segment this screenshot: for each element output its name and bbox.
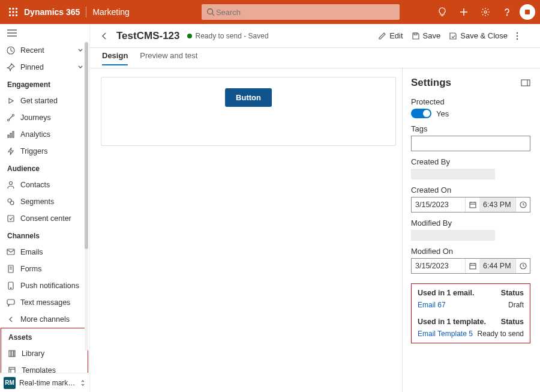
nav-group-assets: Assets [1,328,88,345]
push-icon [6,281,16,291]
nav-label: Emails [20,248,43,256]
usage-email-header: Used in 1 email. Status [418,289,524,297]
nav-morechannels[interactable]: More channels [0,311,89,328]
play-icon [6,96,16,106]
nav-recent[interactable]: Recent [0,42,89,59]
save-button[interactable]: Save [412,31,441,40]
svg-rect-8 [16,14,17,16]
modifiedon-time: 6:44 PM [479,259,515,273]
header-actions [433,3,535,21]
nav-label: More channels [20,315,70,324]
svg-rect-39 [14,351,15,357]
tab-preview[interactable]: Preview and test [140,51,197,65]
nav-group-channels: Channels [0,227,89,244]
svg-rect-37 [9,351,11,357]
nav-scrollbar-thumb[interactable] [85,42,88,249]
sms-icon [6,298,16,307]
nav-segments[interactable]: Segments [0,193,89,210]
tab-label: Design [102,51,128,60]
search-box[interactable] [202,4,400,20]
svg-rect-5 [16,11,17,13]
nav-text[interactable]: Text messages [0,294,89,311]
usage-template-link[interactable]: Email Template 5 [418,330,473,338]
area-switch-label: Real-time marketi... [19,379,76,387]
modifiedon-field[interactable]: 3/15/2023 6:44 PM [411,258,530,274]
usage-status-label: Status [501,318,524,326]
gear-icon[interactable] [476,3,494,21]
nav-push[interactable]: Push notifications [0,277,89,294]
createdon-field[interactable]: 3/15/2023 6:43 PM [411,197,530,213]
svg-rect-29 [8,216,14,222]
nav-contacts[interactable]: Contacts [0,176,89,193]
button-label: Button [236,93,261,102]
save-icon [412,32,420,40]
add-icon[interactable] [455,3,473,21]
form-icon [6,264,16,274]
nav-triggers[interactable]: Triggers [0,143,89,160]
person-icon [6,180,16,190]
nav-label: Analytics [20,130,50,139]
nav-pinned[interactable]: Pinned [0,59,89,76]
cmd-label: Save [423,31,441,40]
saveclose-button[interactable]: Save & Close [449,31,508,40]
record-title: TestCMS-123 [116,30,180,42]
overflow-menu[interactable] [516,32,530,40]
usage-email-link[interactable]: Email 67 [418,301,446,309]
svg-point-35 [10,288,11,288]
usage-template-heading: Used in 1 template. [418,318,486,326]
status-text: Ready to send - Saved [196,32,269,40]
nav-label: Library [22,349,44,358]
button-element[interactable]: Button [225,88,272,107]
nav-journeys[interactable]: Journeys [0,109,89,126]
svg-rect-24 [10,133,11,137]
area-switcher[interactable]: RM Real-time marketi... [0,373,89,392]
brand-title: Dynamics 365 [24,7,80,17]
clock-icon[interactable] [515,259,530,273]
svg-rect-4 [13,11,14,13]
nav-emails[interactable]: Emails [0,244,89,261]
design-canvas: Button [90,68,402,392]
svg-point-49 [517,35,518,37]
svg-rect-7 [13,14,14,16]
expand-icon[interactable] [521,79,530,86]
help-icon[interactable] [498,3,516,21]
nav-library[interactable]: Library [1,345,88,362]
tab-design[interactable]: Design [102,51,128,65]
global-header: Dynamics 365 Marketing [0,0,540,24]
calendar-icon[interactable] [465,198,479,212]
svg-point-48 [517,32,518,34]
app-launcher-icon[interactable] [5,4,22,20]
area-badge: RM [4,377,16,389]
nav-collapse-icon[interactable] [0,24,89,42]
tabs: Design Preview and test [90,48,540,68]
divider [86,7,86,17]
pencil-icon [378,32,386,40]
edit-button[interactable]: Edit [378,31,403,40]
search-input[interactable] [215,7,395,17]
svg-rect-2 [16,8,17,10]
nav-forms[interactable]: Forms [0,261,89,277]
pin-icon [6,62,16,72]
clock-icon [6,46,16,55]
lightbulb-icon[interactable] [433,3,451,21]
nav-label: Push notifications [20,282,79,290]
saveclose-icon [449,32,457,40]
back-button[interactable] [100,31,109,41]
nav-analytics[interactable]: Analytics [0,126,89,143]
nav-getstarted[interactable]: Get started [0,92,89,109]
nav-consent[interactable]: Consent center [0,210,89,227]
user-avatar[interactable] [520,4,535,20]
svg-rect-47 [414,33,417,35]
svg-rect-40 [9,367,15,373]
nav-label: Recent [20,46,44,55]
nav-label: Templates [22,366,56,373]
tags-input[interactable] [411,136,530,151]
clock-icon[interactable] [515,198,530,212]
nav-label: Text messages [20,298,70,307]
svg-rect-38 [11,351,13,357]
content-block-frame[interactable]: Button [101,77,396,146]
nav-templates[interactable]: Templates [1,362,88,373]
bolt-icon [6,146,16,156]
calendar-icon[interactable] [465,259,479,273]
protected-toggle[interactable] [411,109,431,118]
